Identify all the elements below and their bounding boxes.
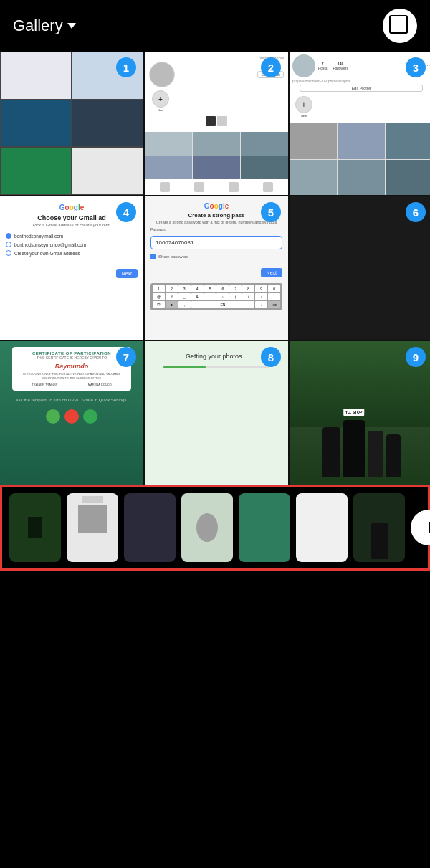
ig-avatar [149, 62, 175, 87]
key-amp[interactable]: & [191, 293, 204, 300]
create-password-subtitle: Create a strong password with a mix of l… [150, 220, 282, 224]
cell-badge-4: 4 [116, 202, 136, 222]
grid-cell-1[interactable]: 1 [0, 52, 143, 195]
ig-hl-label-2: New [301, 114, 307, 118]
film-thumb-1-content [28, 517, 42, 538]
password-input[interactable]: 106074070081 [150, 236, 282, 249]
cell-badge-5: 5 [261, 202, 281, 222]
key-w[interactable]: ⬆ [166, 301, 178, 308]
next-button[interactable]: Next › [411, 510, 430, 545]
grid-cell-2[interactable]: phitnivacophia Edit Profile + New [145, 52, 288, 195]
getting-photos-progress-fill [163, 366, 206, 368]
ig-avatar-2 [292, 54, 315, 77]
gallery-title: Gallery [13, 16, 63, 35]
squares-icon [392, 18, 408, 34]
password-next-btn[interactable]: Next [261, 268, 282, 277]
ig-grid-photo-4 [145, 156, 192, 180]
ig-grid2-photo-5 [338, 160, 385, 196]
ig-profile-icon [263, 182, 273, 192]
film-thumb-7[interactable] [353, 493, 405, 562]
key-4[interactable]: 4 [191, 285, 204, 292]
key-plus[interactable]: + [216, 293, 229, 300]
show-password-checkbox[interactable] [150, 254, 156, 259]
key-minus[interactable]: - [204, 293, 216, 300]
share-icon-1[interactable] [46, 409, 60, 424]
film-thumb-4[interactable] [181, 493, 233, 562]
film-thumb-2-inner [67, 493, 118, 562]
radio-dot-3 [6, 250, 11, 256]
key-8[interactable]: 8 [242, 285, 254, 292]
ig-bottom-nav [145, 179, 288, 195]
cert-share-text: Ask the recipient to turn on OPPO Share … [13, 395, 130, 405]
key-del[interactable]: ⌫ [268, 301, 280, 308]
show-password-row: Show password [150, 254, 282, 259]
film-thumb-5[interactable] [239, 493, 290, 562]
cell-badge-8: 8 [261, 347, 281, 367]
key-paren[interactable]: ( [229, 293, 242, 300]
key-dollar[interactable]: _ [178, 293, 191, 300]
key-9[interactable]: 9 [255, 285, 267, 292]
key-semi[interactable]: ; [268, 293, 280, 300]
cert-name: Raymundo [16, 363, 127, 370]
grid-cell-9[interactable]: YO, STOP 9 [290, 341, 430, 485]
grid-cell-8[interactable]: Getting your photos... 8 [145, 341, 288, 485]
ig-tab-icons [149, 116, 284, 126]
key-0[interactable]: 0 [268, 285, 280, 292]
ig-heart-icon [229, 182, 239, 192]
cert-subtitle: THIS CERTIFICATE IS HEREBY GIVEN TO [16, 356, 127, 360]
ig-highlight-item: + New [152, 90, 169, 112]
key-period[interactable]: . [255, 301, 267, 308]
key-hash[interactable]: # [166, 293, 178, 300]
film-thumb-3-inner [124, 493, 176, 562]
gmail-option-3[interactable]: Create your own Gmail address [6, 250, 138, 256]
film-thumb-2[interactable] [67, 493, 118, 562]
ig-highlights-2: + New [292, 93, 430, 120]
key-5[interactable]: 5 [204, 285, 216, 292]
ig-edit-btn-2[interactable]: Edit Profile [300, 85, 424, 92]
ig-grid-photo-2 [193, 132, 240, 156]
gmail-next-btn[interactable]: Next [116, 269, 138, 278]
squares-button[interactable] [383, 9, 417, 43]
key-space[interactable]: EN [191, 301, 255, 308]
key-7[interactable]: 7 [229, 285, 242, 292]
film-thumb-5-inner [239, 493, 290, 562]
share-icon-2[interactable] [64, 409, 79, 424]
film-thumb-1[interactable] [9, 493, 61, 562]
cert-sig-2: MARENA COUCO [88, 383, 112, 386]
gmail-option-1[interactable]: bonthodsoneyjmail.com [6, 233, 138, 239]
share-icon-3[interactable] [83, 409, 97, 424]
getting-photos-label: Getting your photos... [186, 353, 247, 360]
key-comma[interactable]: , [178, 301, 191, 308]
cell-badge-3: 3 [406, 57, 426, 77]
grid-cell-6[interactable]: 6 [290, 196, 430, 340]
key-2[interactable]: 2 [166, 285, 178, 292]
chevron-down-icon[interactable] [67, 23, 76, 29]
gmail-option-2[interactable]: bonthodsonseymundo@gmail.com [6, 242, 138, 247]
key-3[interactable]: 3 [178, 285, 191, 292]
gmail-option2-text: bonthodsonseymundo@gmail.com [14, 242, 86, 247]
ig-grid-photo-5 [193, 156, 240, 180]
cell-badge-9: 9 [406, 347, 426, 367]
grid-cell-5[interactable]: Google Create a strong pass Create a str… [145, 196, 288, 340]
key-colon[interactable]: : [255, 293, 267, 300]
grid-cell-3[interactable]: 7Posts 149Followers ⋯ prapesintorobontET… [290, 52, 430, 195]
radio-dot-2 [6, 242, 11, 247]
cert-text: IN RECOGNITION OF HIS / HER ACTIVE PARTI… [16, 372, 127, 380]
cell-badge-6: 6 [406, 202, 426, 222]
key-at[interactable]: @ [153, 293, 165, 300]
key-q[interactable]: !? [153, 301, 165, 308]
ig-grid-photo-1 [145, 132, 192, 156]
film-thumb-6[interactable] [296, 493, 348, 562]
person-4 [386, 434, 401, 477]
key-1[interactable]: 1 [153, 285, 165, 292]
key-slash[interactable]: / [242, 293, 254, 300]
header-title-group[interactable]: Gallery [13, 16, 76, 35]
film-thumb-3[interactable] [124, 493, 176, 562]
grid-cell-4[interactable]: Google Choose your Gmail ad Pick a Gmail… [0, 196, 143, 340]
key-6[interactable]: 6 [216, 285, 229, 292]
grid-cell-7[interactable]: CERTIFICATE OF PARTICIPATION THIS CERTIF… [0, 341, 143, 485]
mini-thumb-1 [0, 52, 72, 100]
cell-badge-2: 2 [261, 57, 281, 77]
film-thumb-1-inner [9, 493, 61, 562]
certificate-box: CERTIFICATE OF PARTICIPATION THIS CERTIF… [12, 347, 131, 391]
